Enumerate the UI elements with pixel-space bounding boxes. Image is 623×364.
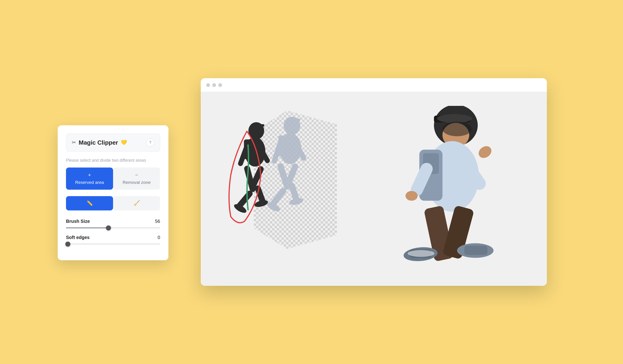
brush-icon: ✏️ bbox=[87, 200, 93, 206]
brush-tool-button[interactable]: ✏️ bbox=[66, 196, 113, 210]
soft-edges-label: Soft edges bbox=[66, 235, 89, 240]
scene: ✂ Magic Clipper 💛 ? Please select and di… bbox=[58, 43, 565, 321]
browser-dot-1 bbox=[206, 83, 210, 87]
soft-edges-thumb[interactable] bbox=[65, 241, 70, 247]
removal-minus-icon: − bbox=[135, 172, 138, 178]
help-button[interactable]: ? bbox=[146, 138, 154, 147]
brush-size-thumb[interactable] bbox=[106, 225, 111, 231]
removal-zone-label: Removal zone bbox=[123, 180, 151, 185]
browser-dot-2 bbox=[212, 83, 216, 87]
reserved-area-label: Reserved area bbox=[75, 180, 104, 185]
full-color-svg bbox=[378, 106, 528, 286]
panel-title: Magic Clipper bbox=[79, 139, 118, 146]
browser-dots bbox=[206, 83, 222, 87]
cutout-svg bbox=[261, 115, 321, 254]
browser-titlebar bbox=[201, 78, 547, 92]
scissors-icon: ✂ bbox=[72, 140, 76, 146]
removal-zone-button[interactable]: − Removal zone bbox=[113, 168, 160, 190]
soft-edges-track[interactable] bbox=[66, 243, 160, 244]
soft-edges-value: 0 bbox=[157, 235, 160, 240]
browser-content bbox=[201, 92, 547, 286]
browser-window bbox=[201, 78, 547, 286]
soft-edges-section: Soft edges 0 bbox=[66, 235, 160, 244]
person-cutout bbox=[261, 115, 321, 254]
svg-rect-41 bbox=[464, 246, 487, 255]
reserved-area-button[interactable]: + Reserved area bbox=[66, 168, 113, 190]
canvas-area[interactable] bbox=[201, 92, 547, 286]
brush-size-track[interactable] bbox=[66, 227, 160, 228]
svg-point-34 bbox=[476, 144, 494, 160]
eraser-icon: 🧹 bbox=[134, 200, 140, 206]
zone-buttons: + Reserved area − Removal zone bbox=[66, 168, 160, 190]
eraser-tool-button[interactable]: 🧹 bbox=[113, 196, 160, 210]
browser-dot-3 bbox=[218, 83, 222, 87]
brush-size-fill bbox=[66, 227, 109, 228]
reserved-plus-icon: + bbox=[88, 172, 91, 178]
svg-point-26 bbox=[437, 114, 472, 123]
heart-icon: 💛 bbox=[121, 140, 127, 146]
svg-point-35 bbox=[405, 191, 418, 201]
svg-point-43 bbox=[443, 122, 472, 136]
brush-size-label-row: Brush Size 56 bbox=[66, 219, 160, 224]
brush-size-value: 56 bbox=[155, 219, 160, 224]
panel-subtitle: Please select and divide two different a… bbox=[66, 158, 160, 163]
tool-buttons: ✏️ 🧹 bbox=[66, 196, 160, 210]
brush-size-section: Brush Size 56 bbox=[66, 219, 160, 228]
svg-point-42 bbox=[408, 250, 434, 257]
panel-header: ✂ Magic Clipper 💛 ? bbox=[66, 133, 160, 151]
svg-rect-13 bbox=[286, 118, 300, 121]
person-full-color bbox=[378, 106, 528, 286]
soft-edges-label-row: Soft edges 0 bbox=[66, 235, 160, 240]
panel: ✂ Magic Clipper 💛 ? Please select and di… bbox=[58, 125, 168, 260]
panel-header-left: ✂ Magic Clipper 💛 bbox=[72, 139, 127, 146]
brush-size-label: Brush Size bbox=[66, 219, 90, 224]
